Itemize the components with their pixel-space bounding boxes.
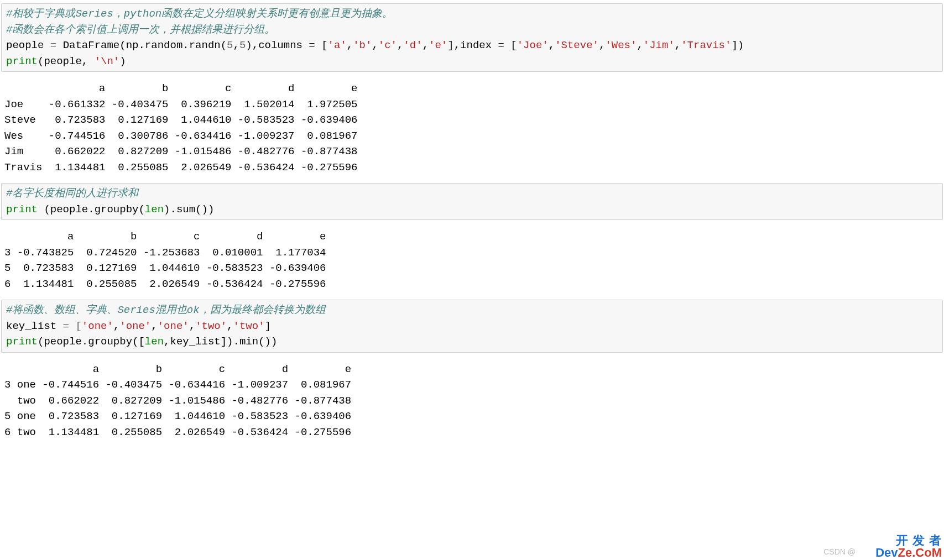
code-line: print (people.groupby(len).sum())	[6, 203, 214, 216]
output-block-1: a b c d e Joe -0.661332 -0.403475 0.3962…	[0, 75, 944, 180]
comment-line: #名字长度相同的人进行求和	[6, 187, 138, 200]
code-line: print(people.groupby([len,key_list]).min…	[6, 336, 277, 348]
code-cell-3: #将函数、数组、字典、Series混用也ok，因为最终都会转换为数组 key_l…	[1, 300, 943, 353]
code-line: print(people, '\n')	[6, 55, 126, 67]
output-block-3: a b c d e 3 one -0.744516 -0.403475 -0.6…	[0, 356, 944, 445]
code-line: key_list = ['one','one','one','two','two…	[6, 320, 271, 332]
code-cell-1: #相较于字典或Series，python函数在定义分组映射关系时更有创意且更为抽…	[1, 3, 943, 72]
comment-line: #将函数、数组、字典、Series混用也ok，因为最终都会转换为数组	[6, 304, 326, 316]
comment-line: #函数会在各个索引值上调用一次，并根据结果进行分组。	[6, 24, 275, 36]
code-line: people = DataFrame(np.random.randn(5,5),…	[6, 39, 744, 51]
comment-line: #相较于字典或Series，python函数在定义分组映射关系时更有创意且更为抽…	[6, 8, 393, 20]
output-block-2: a b c d e 3 -0.743825 0.724520 -1.253683…	[0, 223, 944, 296]
code-cell-2: #名字长度相同的人进行求和 print (people.groupby(len)…	[1, 183, 943, 220]
